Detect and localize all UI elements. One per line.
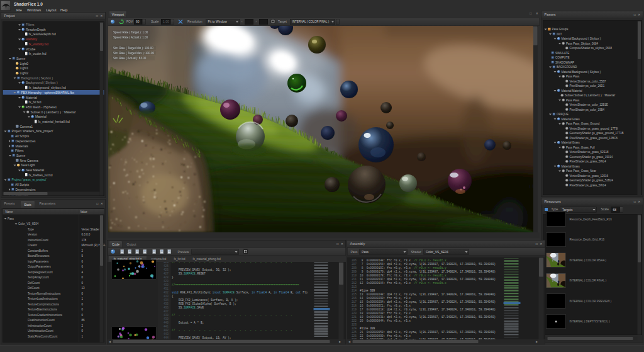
svg-text:Sim Rate ( Actual ): 83.0: Sim Rate ( Actual ): 83.00 — [113, 57, 147, 60]
svg-text:Speed Rate ( Target ): 1.00: Speed Rate ( Target ): 1.00 — [113, 31, 148, 34]
svg-text:Sim Rate ( Target Min ): 100.: Sim Rate ( Target Min ): 100.00 — [113, 47, 153, 50]
svg-text:Sim Rate ( Target Max ): 100.: Sim Rate ( Target Max ): 100.00 — [113, 52, 154, 55]
svg-text:Speed Rate ( Actual ): 1.00: Speed Rate ( Actual ): 1.00 — [113, 36, 148, 39]
